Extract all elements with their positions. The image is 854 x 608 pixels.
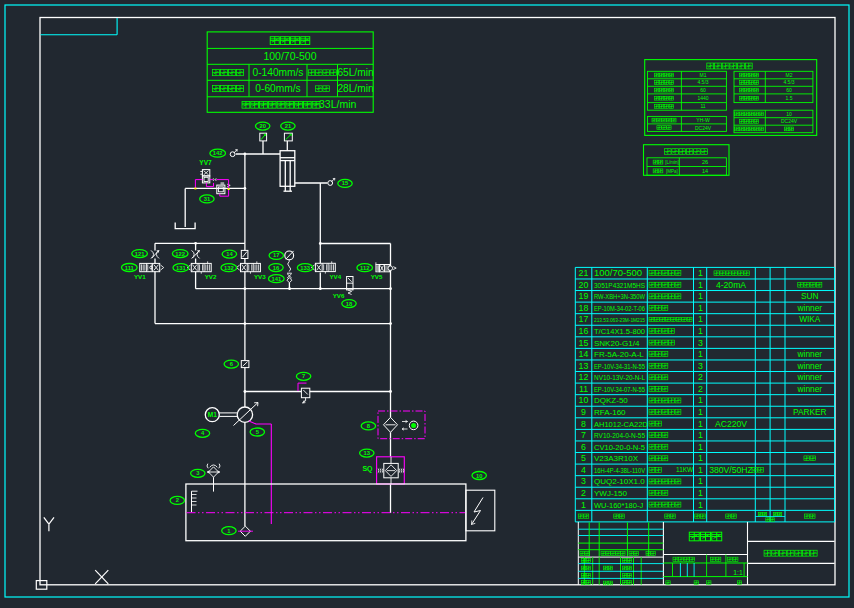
svg-text:9: 9 bbox=[581, 407, 586, 417]
svg-text:AC220V: AC220V bbox=[715, 419, 747, 429]
svg-text:11: 11 bbox=[700, 103, 705, 109]
svg-text:winner: winner bbox=[797, 349, 823, 359]
svg-text:1: 1 bbox=[698, 303, 703, 313]
svg-text:YV5: YV5 bbox=[371, 273, 383, 280]
svg-text:M2: M2 bbox=[786, 72, 793, 78]
svg-text:4.5/3: 4.5/3 bbox=[697, 79, 708, 85]
svg-text:13: 13 bbox=[579, 361, 589, 371]
svg-text:1: 1 bbox=[698, 280, 703, 290]
svg-text:RW-XBH+3N-350W: RW-XBH+3N-350W bbox=[594, 293, 646, 300]
svg-text:RFA-160: RFA-160 bbox=[594, 408, 626, 417]
svg-text:0-60mm/s: 0-60mm/s bbox=[255, 83, 300, 94]
svg-text:2: 2 bbox=[176, 497, 179, 503]
svg-text:11KW: 11KW bbox=[676, 466, 694, 473]
svg-text:QUQ2-10X1.0: QUQ2-10X1.0 bbox=[594, 477, 645, 486]
svg-text:1: 1 bbox=[698, 407, 703, 417]
svg-text:V23A3R10X: V23A3R10X bbox=[594, 454, 639, 463]
svg-text:winner: winner bbox=[797, 372, 823, 382]
svg-text:4-20mA: 4-20mA bbox=[716, 280, 746, 290]
svg-text:13: 13 bbox=[364, 450, 371, 456]
svg-text:1: 1 bbox=[698, 430, 703, 440]
svg-text:15: 15 bbox=[342, 180, 349, 186]
svg-text:winner: winner bbox=[797, 384, 823, 394]
svg-text:3: 3 bbox=[581, 476, 586, 486]
svg-text:122: 122 bbox=[175, 251, 185, 257]
svg-text:60: 60 bbox=[700, 87, 706, 93]
svg-text:1:1: 1:1 bbox=[733, 569, 743, 576]
svg-text:YWJ-150: YWJ-150 bbox=[594, 489, 627, 498]
svg-text:1: 1 bbox=[698, 349, 703, 359]
svg-text:6: 6 bbox=[581, 442, 586, 452]
svg-text:14: 14 bbox=[226, 251, 233, 257]
svg-text:15: 15 bbox=[579, 338, 589, 348]
svg-text:SUN: SUN bbox=[801, 291, 819, 301]
svg-text:EP-10M-34-02-T-06: EP-10M-34-02-T-06 bbox=[594, 305, 645, 312]
svg-text:111: 111 bbox=[125, 265, 135, 271]
svg-text:20: 20 bbox=[259, 123, 265, 129]
svg-text:142: 142 bbox=[213, 150, 223, 156]
svg-text:[MPa]: [MPa] bbox=[666, 169, 678, 174]
svg-text:18: 18 bbox=[579, 303, 589, 313]
svg-text:SQ: SQ bbox=[362, 465, 373, 473]
svg-text:100/70-500: 100/70-500 bbox=[594, 267, 642, 278]
svg-text:1: 1 bbox=[581, 500, 586, 510]
svg-text:3: 3 bbox=[698, 361, 703, 371]
svg-text:EP-10V-34-31-N-55: EP-10V-34-31-N-55 bbox=[594, 363, 645, 370]
svg-text:1: 1 bbox=[698, 465, 703, 475]
svg-text:21: 21 bbox=[579, 268, 589, 278]
svg-text:1: 1 bbox=[698, 476, 703, 486]
svg-text:winner: winner bbox=[797, 303, 823, 313]
svg-text:1: 1 bbox=[698, 395, 703, 405]
svg-text:[L/min]: [L/min] bbox=[665, 160, 679, 165]
svg-text:1: 1 bbox=[698, 442, 703, 452]
svg-text:1: 1 bbox=[698, 500, 703, 510]
svg-text:133: 133 bbox=[300, 265, 310, 271]
svg-text:AH1012-CA22D: AH1012-CA22D bbox=[594, 420, 648, 429]
svg-text:FR-5A-20-A-L: FR-5A-20-A-L bbox=[594, 350, 644, 359]
svg-text:16H-4P-4-38L-110V: 16H-4P-4-38L-110V bbox=[594, 467, 646, 474]
svg-text:7: 7 bbox=[302, 373, 305, 379]
svg-text:16: 16 bbox=[579, 326, 589, 336]
svg-text:0-140mm/s: 0-140mm/s bbox=[253, 67, 304, 78]
svg-text:26: 26 bbox=[702, 159, 708, 165]
svg-text:5: 5 bbox=[581, 453, 586, 463]
svg-text:31: 31 bbox=[204, 196, 211, 202]
svg-text:16: 16 bbox=[273, 265, 280, 271]
svg-text:8: 8 bbox=[581, 419, 586, 429]
svg-text:1: 1 bbox=[698, 291, 703, 301]
svg-text:PARKER: PARKER bbox=[793, 407, 827, 417]
svg-text:33L/min: 33L/min bbox=[319, 98, 357, 110]
svg-text:YV3: YV3 bbox=[254, 273, 266, 280]
svg-text:1: 1 bbox=[698, 326, 703, 336]
svg-text:17: 17 bbox=[579, 314, 589, 324]
svg-text:21: 21 bbox=[285, 123, 292, 129]
svg-text:YV1: YV1 bbox=[134, 273, 146, 280]
svg-text:132: 132 bbox=[224, 265, 234, 271]
svg-text:131: 131 bbox=[176, 265, 186, 271]
svg-text:17: 17 bbox=[273, 252, 279, 258]
svg-text:12: 12 bbox=[579, 372, 589, 382]
svg-text:213.53.063-23M-1M215: 213.53.063-23M-1M215 bbox=[594, 317, 646, 323]
svg-text:winner: winner bbox=[797, 361, 823, 371]
svg-text:4: 4 bbox=[581, 465, 586, 475]
svg-text:11: 11 bbox=[579, 384, 588, 394]
svg-text:28L/min: 28L/min bbox=[337, 83, 373, 94]
svg-text:2: 2 bbox=[698, 384, 703, 394]
svg-text:14: 14 bbox=[579, 349, 589, 359]
svg-text:19: 19 bbox=[579, 291, 589, 301]
svg-text:1: 1 bbox=[698, 419, 703, 429]
svg-text:EP-10V-34-07-N-55: EP-10V-34-07-N-55 bbox=[594, 386, 645, 393]
svg-text:3051P4321M5HS: 3051P4321M5HS bbox=[594, 282, 645, 289]
svg-text:YV7: YV7 bbox=[199, 159, 212, 166]
svg-text:YH-W: YH-W bbox=[696, 117, 710, 123]
svg-text:1: 1 bbox=[698, 488, 703, 498]
svg-text:DQKZ-50: DQKZ-50 bbox=[594, 396, 628, 405]
svg-text:DC24V: DC24V bbox=[695, 125, 712, 131]
svg-text:M1: M1 bbox=[208, 411, 217, 418]
svg-text:4.5/3: 4.5/3 bbox=[783, 79, 794, 85]
svg-text:121: 121 bbox=[135, 251, 145, 257]
svg-text:NV10-13V-20-N-L: NV10-13V-20-N-L bbox=[594, 374, 645, 381]
svg-text:100/70-500: 100/70-500 bbox=[263, 50, 316, 62]
svg-text:SNK20-G1/4: SNK20-G1/4 bbox=[594, 339, 640, 348]
svg-text:CV10-20-0-N-5: CV10-20-0-N-5 bbox=[594, 443, 645, 452]
